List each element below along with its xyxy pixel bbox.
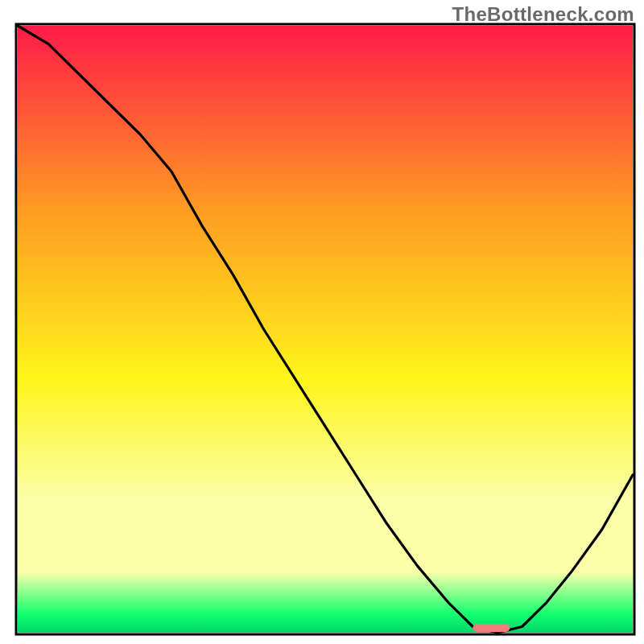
gradient-background (18, 26, 633, 633)
chart-container: TheBottleneck.com (0, 0, 644, 644)
trough-marker (473, 624, 510, 632)
watermark-text: TheBottleneck.com (452, 3, 634, 26)
chart-svg (0, 0, 644, 644)
